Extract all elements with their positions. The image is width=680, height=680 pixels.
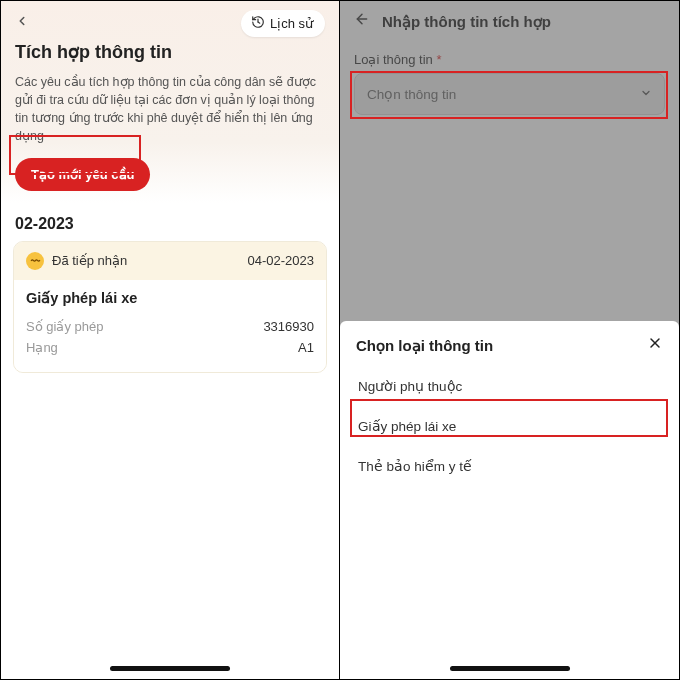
field-label: Hạng bbox=[26, 340, 58, 355]
history-label: Lịch sử bbox=[270, 16, 313, 31]
table-row: Hạng A1 bbox=[26, 337, 314, 358]
request-card[interactable]: Đã tiếp nhận 04-02-2023 Giấy phép lái xe… bbox=[13, 241, 327, 373]
header-area: Lịch sử Tích hợp thông tin Các yêu cầu t… bbox=[1, 1, 339, 203]
option-item[interactable]: Thẻ bảo hiểm y tế bbox=[356, 446, 663, 486]
create-request-button[interactable]: Tạo mới yêu cầu bbox=[15, 158, 150, 191]
field-label: Số giấy phép bbox=[26, 319, 103, 334]
page-title: Tích hợp thông tin bbox=[15, 41, 325, 63]
screen-integration-info: Lịch sử Tích hợp thông tin Các yêu cầu t… bbox=[1, 1, 340, 679]
option-item[interactable]: Người phụ thuộc bbox=[356, 366, 663, 406]
table-row: Số giấy phép 3316930 bbox=[26, 316, 314, 337]
screen-enter-integration-info: Nhập thông tin tích hợp Loại thông tin *… bbox=[340, 1, 679, 679]
card-title: Giấy phép lái xe bbox=[26, 290, 314, 306]
svg-line-1 bbox=[258, 22, 260, 23]
home-indicator[interactable] bbox=[450, 666, 570, 671]
page-description: Các yêu cầu tích hợp thông tin của công … bbox=[15, 73, 325, 146]
history-icon bbox=[251, 15, 265, 32]
bottom-sheet: Chọn loại thông tin Người phụ thuộc Giấy… bbox=[340, 321, 679, 679]
status-date: 04-02-2023 bbox=[248, 253, 315, 268]
history-button[interactable]: Lịch sử bbox=[241, 10, 325, 37]
card-header: Đã tiếp nhận 04-02-2023 bbox=[14, 242, 326, 280]
option-item[interactable]: Giấy phép lái xe bbox=[356, 406, 663, 446]
close-icon[interactable] bbox=[647, 335, 663, 356]
sheet-title: Chọn loại thông tin bbox=[356, 337, 493, 355]
status-text: Đã tiếp nhận bbox=[52, 253, 127, 268]
home-indicator[interactable] bbox=[110, 666, 230, 671]
field-value: A1 bbox=[298, 340, 314, 355]
field-value: 3316930 bbox=[263, 319, 314, 334]
back-icon[interactable] bbox=[15, 14, 29, 32]
card-body: Giấy phép lái xe Số giấy phép 3316930 Hạ… bbox=[14, 280, 326, 372]
status-icon bbox=[26, 252, 44, 270]
month-heading: 02-2023 bbox=[1, 203, 339, 241]
